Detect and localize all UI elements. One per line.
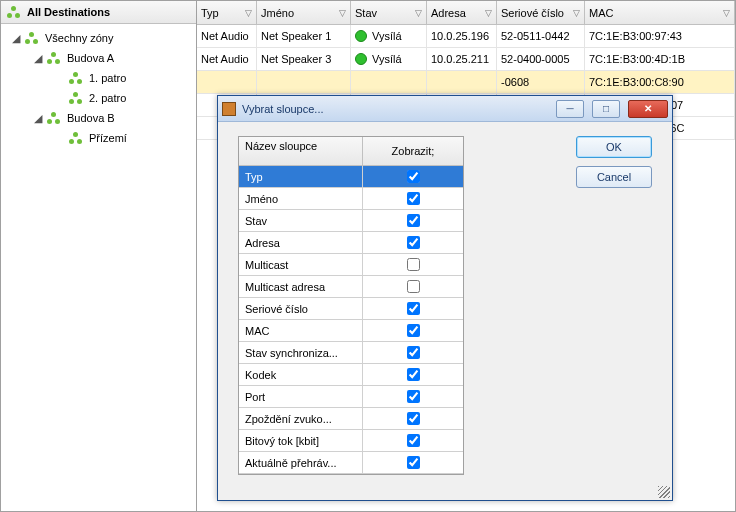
visibility-checkbox[interactable] bbox=[407, 258, 420, 271]
column-row[interactable]: Multicast adresa bbox=[239, 276, 463, 298]
cell-type bbox=[197, 71, 257, 93]
filter-icon[interactable]: ▽ bbox=[339, 8, 346, 18]
column-visible-cell bbox=[363, 346, 463, 359]
tree-node-building-b-ground[interactable]: Přízemí bbox=[1, 128, 196, 148]
ok-button[interactable]: OK bbox=[576, 136, 652, 158]
status-dot-icon bbox=[355, 30, 367, 42]
expander-icon[interactable]: ◢ bbox=[11, 32, 21, 45]
column-visible-cell bbox=[363, 368, 463, 381]
visibility-checkbox[interactable] bbox=[407, 434, 420, 447]
header-column-show[interactable]: Zobrazit; bbox=[363, 137, 463, 165]
column-name-cell: Multicast adresa bbox=[239, 276, 363, 297]
visibility-checkbox[interactable] bbox=[407, 214, 420, 227]
column-list-header: Název sloupce Zobrazit; bbox=[239, 137, 463, 166]
column-label: Adresa bbox=[431, 7, 466, 19]
column-header-serial[interactable]: Seriové číslo▽ bbox=[497, 1, 585, 24]
cell-serial: 52-0400-0005 bbox=[497, 48, 585, 70]
destinations-icon bbox=[7, 6, 21, 18]
filter-icon[interactable]: ▽ bbox=[415, 8, 422, 18]
filter-icon[interactable]: ▽ bbox=[245, 8, 252, 18]
column-header-mac[interactable]: MAC▽ bbox=[585, 1, 735, 24]
column-header-status[interactable]: Stav▽ bbox=[351, 1, 427, 24]
column-row[interactable]: Multicast bbox=[239, 254, 463, 276]
column-row[interactable]: Kodek bbox=[239, 364, 463, 386]
tree-label: Všechny zóny bbox=[43, 32, 113, 44]
column-name-cell: Multicast bbox=[239, 254, 363, 275]
cancel-button[interactable]: Cancel bbox=[576, 166, 652, 188]
cell-status: Vysílá bbox=[351, 48, 427, 70]
visibility-checkbox[interactable] bbox=[407, 170, 420, 183]
cell-address: 10.0.25.211 bbox=[427, 48, 497, 70]
column-visible-cell bbox=[363, 236, 463, 249]
expander-icon[interactable]: ◢ bbox=[33, 52, 43, 65]
tree-label: 2. patro bbox=[87, 92, 126, 104]
column-row[interactable]: Stav synchroniza... bbox=[239, 342, 463, 364]
table-row[interactable]: Net AudioNet Speaker 3Vysílá10.0.25.2115… bbox=[197, 48, 735, 71]
column-visible-cell bbox=[363, 258, 463, 271]
tree-node-building-b[interactable]: ◢ Budova B bbox=[1, 108, 196, 128]
expander-icon[interactable]: ◢ bbox=[33, 112, 43, 125]
visibility-checkbox[interactable] bbox=[407, 346, 420, 359]
column-visible-cell bbox=[363, 324, 463, 337]
cell-address bbox=[427, 71, 497, 93]
resize-grip[interactable] bbox=[658, 486, 670, 498]
column-visible-cell bbox=[363, 412, 463, 425]
visibility-checkbox[interactable] bbox=[407, 236, 420, 249]
column-row[interactable]: MAC bbox=[239, 320, 463, 342]
column-row[interactable]: Stav bbox=[239, 210, 463, 232]
column-name-cell: Stav synchroniza... bbox=[239, 342, 363, 363]
maximize-button[interactable]: □ bbox=[592, 100, 620, 118]
filter-icon[interactable]: ▽ bbox=[485, 8, 492, 18]
filter-icon[interactable]: ▽ bbox=[573, 8, 580, 18]
column-row[interactable]: Typ bbox=[239, 166, 463, 188]
cell-type: Net Audio bbox=[197, 48, 257, 70]
column-row[interactable]: Zpoždění zvuko... bbox=[239, 408, 463, 430]
dialog-titlebar[interactable]: Vybrat sloupce... ─ □ ✕ bbox=[218, 96, 672, 122]
column-row[interactable]: Aktuálně přehráv... bbox=[239, 452, 463, 474]
column-row[interactable]: Adresa bbox=[239, 232, 463, 254]
table-row[interactable]: Net AudioNet Speaker 1Vysílá10.0.25.1965… bbox=[197, 25, 735, 48]
filter-icon[interactable]: ▽ bbox=[723, 8, 730, 18]
column-row[interactable]: Port bbox=[239, 386, 463, 408]
zone-icon bbox=[47, 52, 61, 64]
column-name-cell: Adresa bbox=[239, 232, 363, 253]
column-header-type[interactable]: Typ▽ bbox=[197, 1, 257, 24]
visibility-checkbox[interactable] bbox=[407, 390, 420, 403]
column-row[interactable]: Seriové číslo bbox=[239, 298, 463, 320]
column-row[interactable]: Jméno bbox=[239, 188, 463, 210]
minimize-button[interactable]: ─ bbox=[556, 100, 584, 118]
tree-node-building-a-floor2[interactable]: 2. patro bbox=[1, 88, 196, 108]
column-header-name[interactable]: Jméno▽ bbox=[257, 1, 351, 24]
close-button[interactable]: ✕ bbox=[628, 100, 668, 118]
visibility-checkbox[interactable] bbox=[407, 412, 420, 425]
column-name-cell: Stav bbox=[239, 210, 363, 231]
cell-status: Vysílá bbox=[351, 25, 427, 47]
column-name-cell: MAC bbox=[239, 320, 363, 341]
visibility-checkbox[interactable] bbox=[407, 192, 420, 205]
zone-icon bbox=[25, 32, 39, 44]
cell-address: 10.0.25.196 bbox=[427, 25, 497, 47]
tree-node-building-a-floor1[interactable]: 1. patro bbox=[1, 68, 196, 88]
tree-header: All Destinations bbox=[1, 1, 196, 24]
column-visible-cell bbox=[363, 456, 463, 469]
visibility-checkbox[interactable] bbox=[407, 280, 420, 293]
header-column-name[interactable]: Název sloupce bbox=[239, 137, 363, 165]
cell-name: Net Speaker 3 bbox=[257, 48, 351, 70]
tree-node-building-a[interactable]: ◢ Budova A bbox=[1, 48, 196, 68]
visibility-checkbox[interactable] bbox=[407, 368, 420, 381]
visibility-checkbox[interactable] bbox=[407, 324, 420, 337]
column-label: MAC bbox=[589, 7, 613, 19]
cell-name: Net Speaker 1 bbox=[257, 25, 351, 47]
cell-mac: 7C:1E:B3:00:97:43 bbox=[585, 25, 735, 47]
column-row[interactable]: Bitový tok [kbit] bbox=[239, 430, 463, 452]
table-row[interactable]: -06087C:1E:B3:00:C8:90 bbox=[197, 71, 735, 94]
column-name-cell: Jméno bbox=[239, 188, 363, 209]
column-name-cell: Seriové číslo bbox=[239, 298, 363, 319]
column-visible-cell bbox=[363, 192, 463, 205]
cell-name bbox=[257, 71, 351, 93]
tree-node-all-zones[interactable]: ◢ Všechny zóny bbox=[1, 28, 196, 48]
visibility-checkbox[interactable] bbox=[407, 456, 420, 469]
column-visible-cell bbox=[363, 280, 463, 293]
column-header-address[interactable]: Adresa▽ bbox=[427, 1, 497, 24]
visibility-checkbox[interactable] bbox=[407, 302, 420, 315]
